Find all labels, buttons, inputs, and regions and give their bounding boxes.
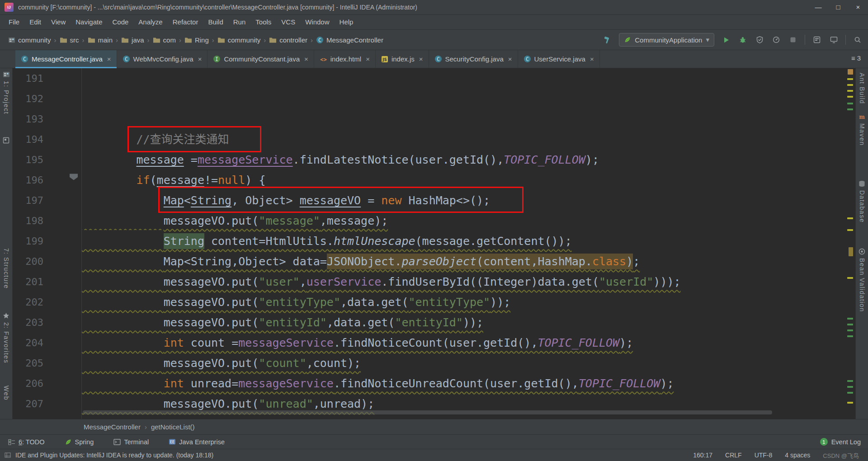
menu-item-tools[interactable]: Tools — [250, 15, 276, 29]
menu-item-help[interactable]: Help — [335, 15, 359, 29]
code-line-200[interactable]: 200 Map<String,Object> data=JSONObject.p… — [13, 251, 855, 272]
error-stripe-mark[interactable] — [847, 103, 853, 104]
tab-close-icon[interactable]: × — [419, 55, 423, 63]
breadcrumb-item-ring[interactable]: Ring — [184, 35, 210, 45]
line-number[interactable]: 204 — [13, 333, 82, 353]
project-structure-button[interactable] — [812, 35, 822, 45]
menu-item-navigate[interactable]: Navigate — [71, 15, 107, 29]
error-stripe-mark[interactable] — [847, 229, 853, 231]
code-line-192[interactable]: 192 — [13, 89, 855, 109]
event-log-button[interactable]: 1 Event Log — [820, 438, 861, 446]
breadcrumb-item-controller[interactable]: controller — [268, 35, 308, 45]
error-stripe-mark[interactable] — [847, 324, 853, 325]
run-button[interactable] — [721, 35, 731, 45]
code-text[interactable]: Map<String, Object> messageVO = new Hash… — [82, 190, 490, 211]
status-item-4-spaces[interactable]: 4 spaces — [785, 452, 810, 459]
tab-messagecontroller-java[interactable]: CMessageController.java× — [15, 50, 117, 68]
error-stripe-mark[interactable] — [849, 247, 853, 256]
horizontal-scrollbar[interactable] — [83, 410, 772, 414]
error-stripe-mark[interactable] — [847, 84, 853, 86]
line-number[interactable]: 195 — [13, 150, 82, 170]
tab-index-js[interactable]: JSindex.js× — [376, 50, 429, 68]
code-text[interactable]: Map<String,Object> data=JSONObject.parse… — [82, 251, 640, 272]
tool-stripe-button-maven[interactable]: mMaven — [856, 113, 868, 146]
tab-close-icon[interactable]: × — [508, 55, 512, 63]
code-text[interactable]: String content=HtmlUtils.htmlUnescape(me… — [82, 231, 572, 251]
code-line-201[interactable]: 201 messageVO.put("user",userService.fin… — [13, 272, 855, 292]
code-line-199[interactable]: 199 String content=HtmlUtils.htmlUnescap… — [13, 231, 855, 251]
code-line-196[interactable]: 196 if(message!=null) { — [13, 170, 855, 190]
code-line-203[interactable]: 203 messageVO.put("entityId",data.get("e… — [13, 312, 855, 333]
tool-windows-toggle-icon[interactable] — [5, 452, 11, 458]
code-text[interactable]: model.addAttribute("followNotice",messag… — [82, 414, 470, 419]
code-line-206[interactable]: 206 int unread=messageService.findNotice… — [13, 373, 855, 394]
menu-item-run[interactable]: Run — [228, 15, 251, 29]
code-text[interactable]: messageVO.put("entityType",data.get("ent… — [82, 292, 510, 312]
tool-stripe-button-web[interactable]: Web — [0, 386, 12, 400]
tab-close-icon[interactable]: × — [198, 55, 202, 63]
editor-breadcrumb-messagecontroller[interactable]: MessageController — [84, 423, 141, 431]
tab-communityconstant-java[interactable]: ICommunityConstant.java× — [208, 50, 314, 68]
menu-item-file[interactable]: File — [4, 15, 24, 29]
breadcrumb-item-messagecontroller[interactable]: CMessageController — [315, 35, 384, 45]
tool-stripe-button-ant-build[interactable]: Ant Build — [856, 73, 868, 104]
tool-stripe-button-2-favorites[interactable]: 2: Favorites — [0, 312, 12, 363]
tab-close-icon[interactable]: × — [107, 55, 111, 63]
line-number[interactable]: 191 — [13, 68, 82, 89]
breadcrumb-item-community[interactable]: community — [217, 35, 262, 45]
tool-stripe-button-7-structure[interactable]: 7: Structure — [0, 248, 12, 289]
line-number[interactable]: 194 — [13, 129, 82, 150]
code-text[interactable]: int count =messageService.findNoticeCoun… — [82, 333, 633, 353]
error-stripe-mark[interactable] — [847, 329, 853, 331]
error-stripe-mark[interactable] — [847, 96, 853, 98]
line-number[interactable]: 193 — [13, 109, 82, 129]
line-number[interactable]: 197 — [13, 190, 82, 211]
menu-item-refactor[interactable]: Refactor — [168, 15, 203, 29]
code-line-208[interactable]: 208 model.addAttribute("followNotice",me… — [13, 414, 855, 419]
tab-index-html[interactable]: <>index.html× — [314, 50, 376, 68]
tool-window-button-spring[interactable]: Spring — [65, 438, 94, 446]
error-stripe-mark[interactable] — [847, 78, 853, 80]
build-button[interactable] — [602, 35, 612, 45]
line-number[interactable]: 203 — [13, 312, 82, 333]
line-number[interactable]: 201 — [13, 272, 82, 292]
editor-breadcrumb-getnoticelist[interactable]: getNoticeList() — [151, 423, 195, 431]
profiler-button[interactable] — [771, 35, 781, 45]
code-line-193[interactable]: 193 — [13, 109, 855, 129]
code-text[interactable]: if(message!=null) { — [82, 170, 265, 190]
menu-item-vcs[interactable]: VCS — [276, 15, 300, 29]
line-number[interactable]: 205 — [13, 353, 82, 373]
breadcrumb-item-community[interactable]: community — [7, 35, 52, 45]
status-item-crlf[interactable]: CRLF — [725, 452, 742, 459]
line-number[interactable]: 200 — [13, 251, 82, 272]
error-stripe-mark[interactable] — [847, 90, 853, 92]
tool-window-button-6-todo[interactable]: 6: TODO — [8, 438, 45, 446]
line-number[interactable]: 202 — [13, 292, 82, 312]
error-stripe-mark[interactable] — [847, 380, 853, 382]
code-line-202[interactable]: 202 messageVO.put("entityType",data.get(… — [13, 292, 855, 312]
code-line-204[interactable]: 204 int count =messageService.findNotice… — [13, 333, 855, 353]
tab-close-icon[interactable]: × — [590, 55, 594, 63]
menu-item-analyze[interactable]: Analyze — [133, 15, 167, 29]
tool-window-button-terminal[interactable]: Terminal — [113, 438, 149, 446]
status-message[interactable]: IDE and Plugin Updates: IntelliJ IDEA is… — [15, 452, 213, 459]
error-stripe-mark[interactable] — [848, 69, 853, 75]
code-text[interactable]: int unread=messageService.findNoticeUnre… — [82, 373, 674, 394]
tool-windows-button[interactable] — [829, 35, 839, 45]
menu-item-window[interactable]: Window — [300, 15, 334, 29]
stop-button[interactable] — [788, 35, 798, 45]
tab-close-icon[interactable]: × — [366, 55, 370, 63]
error-stripe-mark[interactable] — [847, 108, 853, 110]
code-text[interactable]: //查询关注类通知 — [82, 129, 229, 150]
code-text[interactable]: messageVO.put("message",message); — [82, 211, 388, 231]
line-number[interactable]: 199 — [13, 231, 82, 251]
code-line-198[interactable]: 198 messageVO.put("message",message); — [13, 211, 855, 231]
code-line-195[interactable]: 195 message =messageService.findLatestNo… — [13, 150, 855, 170]
tool-stripe-button-1-project[interactable]: 1: Project — [0, 71, 12, 114]
code-line-197[interactable]: 197 Map<String, Object> messageVO = new … — [13, 190, 855, 211]
code-line-205[interactable]: 205 messageVO.put("count",count); — [13, 353, 855, 373]
line-number[interactable]: 192 — [13, 89, 82, 109]
menu-item-view[interactable]: View — [46, 15, 71, 29]
tab-securityconfig-java[interactable]: CSecurityConfig.java× — [429, 50, 518, 68]
code-line-191[interactable]: 191 — [13, 68, 855, 89]
